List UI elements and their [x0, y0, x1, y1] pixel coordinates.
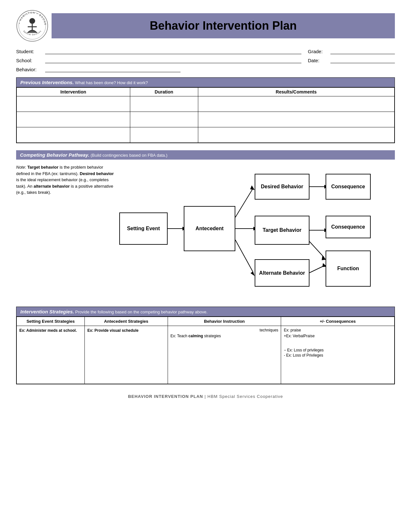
svg-marker-10 — [250, 185, 255, 190]
cbp-title: Competing Behavior Pathway. — [20, 152, 89, 158]
table-header-row: Intervention Duration Results/Comments — [17, 88, 395, 96]
function-box: Function — [326, 251, 371, 287]
duration-cell[interactable] — [130, 96, 198, 112]
duration-cell[interactable] — [130, 127, 198, 143]
grade-field[interactable] — [330, 48, 395, 54]
antecedent-box: Antecedent — [184, 206, 235, 251]
grade-label: Grade: — [308, 49, 330, 54]
col-setting-event-strat: Setting Event Strategies — [17, 317, 85, 326]
alternate-behavior-label: Alternate Behavior — [259, 270, 305, 276]
intervention-cell[interactable] — [17, 127, 130, 143]
is-header: Intervention Strategies. Provide the fol… — [16, 307, 395, 317]
col-duration: Duration — [130, 88, 198, 96]
col-consequences: +/- Consequences — [281, 317, 395, 326]
is-subtitle: Provide the following based on the compe… — [74, 310, 208, 314]
svg-line-9 — [235, 188, 253, 217]
pi-subtitle: What has been done? How did it work? — [74, 80, 148, 85]
conseq-line3: − Ex: Loss of privileges — [284, 348, 392, 352]
cbp-header: Competing Behavior Pathway. (Build conti… — [16, 150, 395, 160]
setting-event-box: Setting Event — [119, 212, 168, 245]
intervention-cell[interactable] — [17, 112, 130, 127]
col-intervention: Intervention — [17, 88, 130, 96]
conseq-line2: +Ex: VerbalPraise — [284, 334, 392, 338]
behavior-instruction-cell[interactable]: techniques Ex: Teach calming strategies — [168, 326, 281, 384]
date-field[interactable] — [330, 57, 395, 63]
results-cell[interactable] — [198, 127, 394, 143]
antecedent-strat-cell[interactable]: Ex: Provide visual schedule — [84, 326, 168, 384]
col-behavior-instruction: Behavior Instruction — [168, 317, 281, 326]
date-label: Date: — [308, 58, 330, 63]
cbp-note: Note: Target behavior is the problem beh… — [16, 164, 119, 196]
page-header: • HAMILTON • BOONE • MADISON • Special S… — [16, 10, 395, 42]
student-field[interactable] — [45, 48, 301, 54]
pi-title: Previous Interventions. — [20, 80, 74, 85]
consequence-top-label: Consequence — [331, 184, 365, 190]
desired-behavior-box: Desired Behavior — [255, 174, 309, 200]
col-results: Results/Comments — [198, 88, 394, 96]
footer-title: BEHAVIOR INTERVENTION PLAN — [128, 394, 203, 399]
prev-interventions-header: Previous Interventions. What has been do… — [16, 78, 395, 87]
duration-cell[interactable] — [130, 112, 198, 127]
interventions-table: Intervention Duration Results/Comments — [16, 87, 395, 143]
strategies-row: Ex: Administer meds at school. Ex: Provi… — [17, 326, 395, 384]
student-label: Student: — [16, 49, 45, 54]
school-row: School: Date: — [16, 57, 395, 63]
desired-behavior-term: Desired behavior — [80, 171, 114, 176]
svg-line-13 — [235, 240, 253, 272]
consequence-top-box: Consequence — [326, 174, 371, 200]
svg-marker-14 — [250, 271, 255, 276]
results-cell[interactable] — [198, 96, 394, 112]
behavior-label: Behavior: — [16, 67, 45, 72]
school-field[interactable] — [45, 57, 301, 63]
setting-event-label: Setting Event — [127, 226, 160, 232]
cbp-subtitle: (Build contingencies based on FBA data.) — [89, 153, 167, 158]
strategies-header-row: Setting Event Strategies Antecedent Stra… — [17, 317, 395, 326]
competing-behavior-section: Competing Behavior Pathway. (Build conti… — [16, 150, 395, 300]
school-label: School: — [16, 58, 45, 63]
alternate-behavior-box: Alternate Behavior — [255, 259, 309, 287]
antecedent-label: Antecedent — [195, 226, 223, 232]
page-title-box: Behavior Intervention Plan — [52, 13, 395, 38]
previous-interventions-section: Previous Interventions. What has been do… — [16, 77, 395, 143]
intervention-cell[interactable] — [17, 96, 130, 112]
diagram-container: Setting Event Antecedent Desired Behavio… — [119, 164, 371, 300]
bi-line1: techniques — [171, 328, 279, 332]
target-behavior-box: Target Behavior — [255, 216, 309, 245]
cbp-diagram: Setting Event Antecedent Desired Behavio… — [119, 164, 395, 300]
bi-line2: Ex: Teach calming strategies — [171, 334, 279, 338]
table-row — [17, 112, 395, 127]
col-antecedent-strat: Antecedent Strategies — [84, 317, 168, 326]
desired-behavior-label: Desired Behavior — [261, 184, 303, 190]
conseq-line1: Ex: praise — [284, 328, 392, 332]
consequence-mid-label: Consequence — [331, 224, 365, 230]
table-row — [17, 127, 395, 143]
page-title: Behavior Intervention Plan — [58, 19, 388, 33]
strategies-table: Setting Event Strategies Antecedent Stra… — [16, 317, 395, 384]
svg-line-21 — [309, 241, 324, 258]
consequences-cell[interactable]: Ex: praise +Ex: VerbalPraise − Ex: Loss … — [281, 326, 395, 384]
student-row: Student: Grade: — [16, 48, 395, 54]
setting-strat-ex: Ex: Administer meds at school. — [19, 328, 77, 333]
conseq-line4: - Ex: Loss of Privileges — [284, 353, 392, 358]
note-word: Note — [16, 165, 25, 170]
page-footer: BEHAVIOR INTERVENTION PLAN | HBM Special… — [16, 394, 395, 399]
setting-event-strat-cell[interactable]: Ex: Administer meds at school. — [17, 326, 85, 384]
logo: • HAMILTON • BOONE • MADISON • Special S… — [16, 10, 48, 42]
target-behavior-label: Target Behavior — [263, 227, 302, 233]
alternate-behavior-term: alternate behavior — [34, 184, 70, 189]
antecedent-strat-ex: Ex: Provide visual schedule — [87, 328, 139, 333]
is-title: Intervention Strategies. — [20, 309, 74, 314]
svg-point-4 — [29, 18, 35, 24]
consequence-mid-box: Consequence — [326, 216, 371, 238]
target-behavior-term: Target behavior — [27, 165, 59, 170]
results-cell[interactable] — [198, 112, 394, 127]
behavior-field[interactable] — [45, 66, 181, 72]
intervention-strategies-section: Intervention Strategies. Provide the fol… — [16, 307, 395, 384]
form-fields: Student: Grade: School: Date: Behavior: — [16, 48, 395, 72]
svg-line-19 — [309, 266, 324, 273]
footer-separator: | — [203, 394, 208, 399]
behavior-row: Behavior: — [16, 66, 395, 72]
function-label: Function — [337, 266, 359, 271]
footer-org: HBM Special Services Cooperative — [208, 394, 283, 399]
table-row — [17, 96, 395, 112]
